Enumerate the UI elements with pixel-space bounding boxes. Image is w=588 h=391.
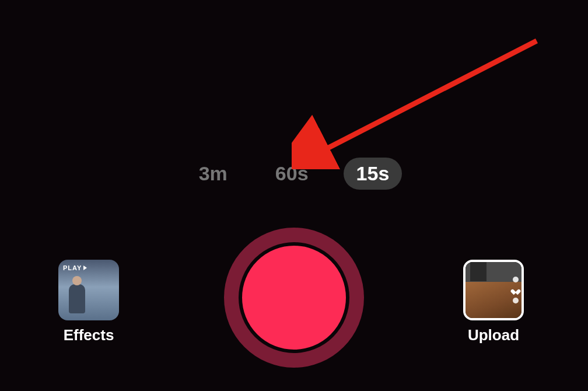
duration-option-15s[interactable]: 15s: [344, 158, 402, 190]
duration-selector: 3m 60s 15s: [0, 158, 588, 190]
duration-option-60s[interactable]: 60s: [262, 158, 321, 190]
duration-option-3m[interactable]: 3m: [186, 158, 240, 190]
effects-play-badge: PLAY: [63, 264, 87, 271]
record-button[interactable]: [224, 228, 364, 368]
effects-person-icon: [69, 284, 85, 313]
svg-line-1: [315, 41, 537, 155]
upload-button[interactable]: Upload: [463, 260, 524, 344]
effects-label: Effects: [64, 326, 114, 344]
record-button-inner-icon: [239, 242, 349, 353]
upload-label: Upload: [468, 326, 519, 344]
upload-thumbnail-icon: [463, 260, 524, 320]
effects-button[interactable]: PLAY Effects: [58, 260, 119, 344]
upload-overlay-icons: [513, 277, 519, 303]
annotation-arrow-icon: [292, 35, 548, 169]
effects-thumbnail-icon: PLAY: [58, 260, 119, 320]
